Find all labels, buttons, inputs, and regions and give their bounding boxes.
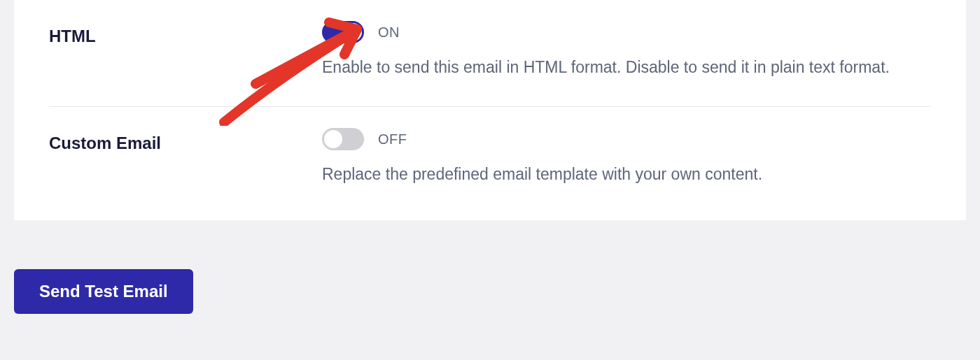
html-toggle-state: ON xyxy=(378,24,400,41)
setting-html-label: HTML xyxy=(49,27,96,45)
html-toggle[interactable] xyxy=(322,21,364,43)
settings-panel: HTML ON Enable to send this email in HTM… xyxy=(14,0,966,220)
custom-email-toggle[interactable] xyxy=(322,128,364,150)
send-test-email-button[interactable]: Send Test Email xyxy=(14,269,193,314)
page-footer: Send Test Email xyxy=(0,220,980,314)
custom-email-toggle-state: OFF xyxy=(378,131,407,147)
setting-label-column: Custom Email xyxy=(49,128,322,153)
html-description: Enable to send this email in HTML format… xyxy=(322,56,931,78)
setting-control-column: ON Enable to send this email in HTML for… xyxy=(322,21,931,78)
toggle-knob xyxy=(344,23,362,41)
setting-row-custom-email: Custom Email OFF Replace the predefined … xyxy=(49,107,931,220)
setting-row-html: HTML ON Enable to send this email in HTM… xyxy=(49,0,931,107)
setting-control-column: OFF Replace the predefined email templat… xyxy=(322,128,931,185)
toggle-knob xyxy=(324,130,342,148)
toggle-row: ON xyxy=(322,21,931,43)
setting-custom-email-label: Custom Email xyxy=(49,134,161,152)
custom-email-description: Replace the predefined email template wi… xyxy=(322,163,931,185)
toggle-row: OFF xyxy=(322,128,931,150)
setting-label-column: HTML xyxy=(49,21,322,46)
